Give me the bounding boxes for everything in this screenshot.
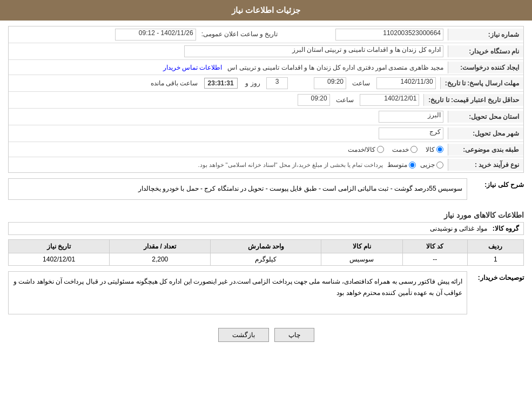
goods-group-label: گروه کالا: [493,225,519,232]
category-service-radio[interactable] [410,146,417,153]
send-deadline-row: مهلت ارسال پاسخ: تا تاریخ: 1402/11/30 سا… [9,75,523,92]
buyer-org-row: نام دستگاه خریدار: اداره کل زندان ها و ا… [9,43,523,60]
buyer-org-value: اداره کل زندان ها و اقدامات تامینی و ترب… [9,43,448,59]
contact-link[interactable]: اطلاعات تماس خریدار [163,64,223,71]
col-row: ردیف [467,239,523,253]
send-deadline-time-label: ساعت [352,79,370,87]
process-partial-item: جزیی [420,161,443,169]
send-deadline-label: مهلت ارسال پاسخ: تا تاریخ: [440,77,523,89]
category-row: طبقه بندی موضوعی: کالا خدمت [9,142,523,157]
countdown-value: 23:31:31 [204,78,238,89]
table-cell-date: 1402/12/01 [9,253,110,265]
price-deadline-date: 1402/12/01 [360,94,419,106]
buyer-notes-text: ارائه پیش فاکتور رسمی به همراه کدافتصادی… [8,271,467,314]
announce-datetime-input: 1402/11/26 - 09:12 [115,29,196,41]
description-label: شرح کلی نیاز: [470,178,524,189]
buttons-row: چاپ بازگشت [8,328,524,342]
city-input: کرج [379,127,443,139]
province-row: استان محل تحویل: البرز [9,109,523,125]
need-number-input: 1102003523000664 [335,29,443,41]
price-deadline-time: 09:20 [298,94,330,106]
goods-group-row: گروه کالا: مواد غذائی و نوشیدنی [8,222,524,235]
category-goods-service-item: کالا/خدمت [348,146,384,153]
province-label: استان محل تحویل: [448,111,523,123]
requester-row: ایجاد کننده درخواست: مجید ظاهری متصدی ام… [9,60,523,75]
buyer-org-input: اداره کل زندان ها و اقدامات تامینی و ترب… [184,45,443,57]
main-info-section: شماره نیاز: 1102003523000664 تاریخ و ساع… [8,26,524,173]
description-section: شرح کلی نیاز: سوسیس 55درصد گوشت - ثبت ما… [8,178,524,205]
back-button[interactable]: بازگشت [218,328,269,342]
city-value: کرج [9,125,448,142]
category-service-item: خدمت [392,146,417,153]
category-goods-service-label: کالا/خدمت [348,146,375,153]
table-cell-name: سوسیس [321,253,403,265]
process-partial-label: جزیی [420,161,435,169]
category-goods-radio[interactable] [436,146,443,153]
announce-datetime-label: تاریخ و ساعت اعلان عمومی: [201,30,278,38]
description-text: سوسیس 55درصد گوشت - ثبت مالیاتی الزامی ا… [8,178,467,200]
buyer-org-label: نام دستگاه خریدار: [448,45,523,57]
process-label: نوع فرآیند خرید : [448,159,523,171]
category-goods-item: کالا [426,146,443,153]
city-row: شهر محل تحویل: کرج [9,125,523,142]
table-cell-unit: کیلوگرم [211,253,321,265]
category-goods-label: کالا [426,146,435,153]
process-row: نوع فرآیند خرید : جزیی متوسط پرداخت تمام… [9,157,523,172]
table-row: 1--سوسیسکیلوگرم2,2001402/12/01 [9,253,524,265]
col-code: کد کالا [402,239,467,253]
price-deadline-time-label: ساعت [336,96,354,104]
col-quantity: تعداد / مقدار [110,239,211,253]
province-input: البرز [379,111,443,123]
need-number-row: شماره نیاز: 1102003523000664 تاریخ و ساع… [9,26,523,43]
buyer-notes-section: توصیحات خریدار: ارائه پیش فاکتور رسمی به… [8,271,524,320]
description-box: سوسیس 55درصد گوشت - ثبت مالیاتی الزامی ا… [8,178,467,205]
need-number-label: شماره نیاز: [448,29,523,41]
table-header-row: ردیف کد کالا نام کالا واحد شمارش تعداد /… [9,239,524,253]
city-label: شهر محل تحویل: [448,127,523,139]
table-cell-quantity: 2,200 [110,253,211,265]
process-moderate-label: متوسط [387,161,407,169]
col-date: تاریخ نیاز [9,239,110,253]
process-value: جزیی متوسط پرداخت تمام یا بخشی از مبلغ خ… [9,159,448,171]
province-value: البرز [9,109,448,125]
requester-value: مجید ظاهری متصدی امور دفتری اداره کل زند… [9,62,448,73]
process-moderate-item: متوسط [387,161,416,169]
category-service-label: خدمت [392,146,409,153]
requester-label: ایجاد کننده درخواست: [448,62,523,73]
category-label: طبقه بندی موضوعی: [448,144,523,156]
col-name: نام کالا [321,239,403,253]
price-deadline-label: حداقل تاریخ اعتبار قیمت: تا تاریخ: [423,94,523,106]
send-deadline-date: 1402/11/30 [376,77,436,89]
requester-text: مجید ظاهری متصدی امور دفتری اداره کل زند… [227,64,443,71]
price-deadline-row: حداقل تاریخ اعتبار قیمت: تا تاریخ: 1402/… [9,92,523,109]
send-deadline-value: 1402/11/30 ساعت 09:20 3 روز و 23:31:31 [9,75,440,91]
goods-table: ردیف کد کالا نام کالا واحد شمارش تعداد /… [8,239,524,266]
print-button[interactable]: چاپ [274,328,314,342]
process-moderate-radio[interactable] [409,162,416,169]
page-header: جزئیات اطلاعات نیاز [0,0,532,21]
table-cell-row: 1 [467,253,523,265]
send-deadline-days: 3 [266,77,288,89]
table-cell-code: -- [402,253,467,265]
category-value: کالا خدمت کالا/خدمت [9,144,448,156]
col-unit: واحد شمارش [211,239,321,253]
process-partial-radio[interactable] [436,162,443,169]
process-note: پرداخت تمام یا بخشی از مبلغ خرید،از محل … [198,162,383,169]
goods-info-title: اطلاعات کالاهای مورد نیاز [8,211,524,219]
need-number-value: 1102003523000664 تاریخ و ساعت اعلان عموم… [9,26,448,43]
countdown-label: ساعت باقی مانده [151,79,198,87]
page-title: جزئیات اطلاعات نیاز [232,5,300,15]
price-deadline-value: 1402/12/01 ساعت 09:20 [9,92,423,108]
category-goods-service-radio[interactable] [377,146,384,153]
buyer-notes-label: توصیحات خریدار: [470,271,524,281]
buyer-notes-box-container: ارائه پیش فاکتور رسمی به همراه کدافتصادی… [8,271,467,320]
send-deadline-time: 09:20 [314,77,346,89]
send-deadline-days-label: روز و [245,79,260,87]
goods-group-value: مواد غذائی و نوشیدنی [430,225,487,232]
